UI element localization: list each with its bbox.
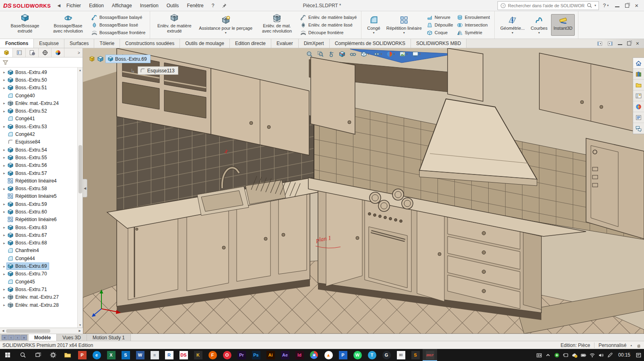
ribbon-button-revolve-boss[interactable]: Bossage/Base avec révolution bbox=[47, 12, 89, 38]
taskbar-clock[interactable]: 00:15 bbox=[616, 352, 633, 358]
menu-fentre[interactable]: Fenêtre bbox=[183, 2, 207, 10]
menu-fichier[interactable]: Fichier bbox=[63, 2, 85, 10]
taskbar-app-whatsapp[interactable]: W bbox=[350, 349, 365, 361]
expand-arrow-icon[interactable]: ▶ bbox=[2, 273, 6, 275]
panel-tab-configuration-manager[interactable] bbox=[26, 48, 39, 57]
scroll-right-icon[interactable]: ▶ bbox=[77, 329, 83, 332]
tab-edition-directe[interactable]: Edition directe bbox=[230, 39, 271, 48]
menu-?[interactable]: ? bbox=[208, 2, 218, 10]
ribbon-button-curves[interactable]: Courbes▾ bbox=[528, 14, 550, 36]
collapse-panel-left-icon[interactable] bbox=[597, 41, 603, 46]
taskbar-app-sublime[interactable]: S bbox=[408, 349, 423, 361]
tree-item-boss-extru-52[interactable]: ▶Boss.-Extru.52 bbox=[0, 107, 83, 115]
menu-insertion[interactable]: Insertion bbox=[136, 2, 162, 10]
ribbon-button-revolve-cut[interactable]: Enlèv. de mat. avec révolution bbox=[256, 12, 298, 38]
expand-arrow-icon[interactable]: ▶ bbox=[2, 156, 6, 159]
tab-compl-ments-de-solidworks[interactable]: Compléments de SOLIDWORKS bbox=[330, 39, 411, 48]
taskbar-app-file-explorer[interactable] bbox=[60, 349, 75, 361]
panel-splitter-handle[interactable]: ◀ bbox=[83, 179, 87, 197]
taskpane-tab-forum[interactable] bbox=[633, 123, 644, 134]
prev-tab-button[interactable]: ‹ bbox=[8, 335, 14, 340]
tree-filter[interactable] bbox=[0, 57, 83, 68]
model-tab-vues-3d[interactable]: Vues 3D bbox=[57, 334, 87, 341]
last-tab-button[interactable]: » bbox=[21, 335, 27, 340]
ribbon-button-sweep-boss[interactable]: Bossage/Base balayé bbox=[91, 14, 145, 21]
tree-item-boss-extru-53[interactable]: ▶Boss.-Extru.53 bbox=[0, 123, 83, 130]
ribbon-button-ref-geometry[interactable]: Géométrie...▾ bbox=[498, 14, 527, 36]
taskbar-app-github[interactable]: G bbox=[379, 349, 394, 361]
tree-item-r-p-tition-lin-aire6[interactable]: Répétition linéaire6 bbox=[0, 216, 83, 224]
tray-onedrive-alert-icon[interactable] bbox=[572, 352, 578, 358]
doc-restore-button[interactable] bbox=[627, 41, 631, 45]
taskbar-app-settings[interactable] bbox=[46, 349, 60, 361]
menu-outils[interactable]: Outils bbox=[163, 2, 183, 10]
expand-arrow-icon[interactable]: ▶ bbox=[2, 148, 6, 151]
ribbon-button-mirror[interactable]: Symétrie bbox=[457, 30, 490, 36]
next-tab-button[interactable]: › bbox=[14, 335, 21, 340]
tray-windows-ink-icon[interactable] bbox=[607, 352, 613, 358]
ribbon-button-draft[interactable]: Dépouille bbox=[427, 22, 453, 28]
tree-item-boss-extru-51[interactable]: ▶Boss.-Extru.51 bbox=[0, 84, 83, 92]
tree-horizontal-scrollbar[interactable]: ◀ ▶ bbox=[0, 328, 83, 334]
model-tab-mod-le[interactable]: Modèle bbox=[29, 334, 57, 341]
taskbar-app-solidworks[interactable]: DS bbox=[176, 349, 191, 361]
tree-item-boss-extru-55[interactable]: ▶Boss.-Extru.55 bbox=[0, 154, 83, 161]
taskbar-app-mail[interactable]: ✉ bbox=[394, 349, 408, 361]
expand-arrow-icon[interactable]: ▶ bbox=[2, 265, 6, 268]
ribbon-button-intersect[interactable]: Intersection bbox=[457, 22, 490, 28]
tree-item-boss-extru-56[interactable]: ▶Boss.-Extru.56 bbox=[0, 162, 83, 169]
window-minimize-button[interactable] bbox=[615, 4, 619, 7]
tray-antivirus-icon[interactable] bbox=[554, 352, 560, 358]
tray-news-icon[interactable] bbox=[536, 352, 542, 358]
graphics-viewport[interactable]: plan 1 Boss.-Extru.69 bbox=[83, 48, 644, 334]
tab-surfaces[interactable]: Surfaces bbox=[64, 39, 94, 48]
ribbon-button-linear-pattern[interactable]: Répétition linéaire▾ bbox=[384, 14, 424, 36]
taskbar-app-solidworks-2017[interactable]: 2017 bbox=[423, 349, 437, 361]
window-restore-button[interactable] bbox=[625, 4, 629, 8]
tree-item-boss-extru-60[interactable]: ▶Boss.-Extru.60 bbox=[0, 208, 83, 215]
taskpane-tab-custom-properties[interactable] bbox=[633, 112, 644, 123]
scroll-left-icon[interactable]: ◀ bbox=[0, 329, 6, 332]
taskbar-start-button[interactable] bbox=[0, 349, 15, 361]
expand-arrow-icon[interactable]: ▶ bbox=[2, 86, 6, 89]
tag-glove-icon[interactable] bbox=[636, 343, 642, 348]
taskbar-app-firefox[interactable]: F bbox=[205, 349, 220, 361]
expand-arrow-icon[interactable]: ▶ bbox=[2, 234, 6, 236]
taskbar-app-keyshot[interactable]: K bbox=[191, 349, 205, 361]
tray-hidden-icons-chevron-icon[interactable] bbox=[545, 352, 551, 358]
tab-dimxpert[interactable]: DimXpert bbox=[299, 39, 330, 48]
tree-item-cong-44[interactable]: Congé44 bbox=[0, 254, 83, 262]
panel-tab-display-manager[interactable] bbox=[52, 48, 64, 57]
taskpane-tab-home[interactable] bbox=[633, 58, 644, 69]
panel-tab-dimxpert-manager[interactable] bbox=[39, 48, 52, 57]
taskbar-app-excel[interactable]: X bbox=[104, 349, 118, 361]
ribbon-button-fillet[interactable]: Congé▾ bbox=[365, 14, 382, 36]
tree-item-esquisse84[interactable]: Esquisse84 bbox=[0, 138, 83, 146]
tab-esquisse[interactable]: Esquisse bbox=[34, 39, 64, 48]
headsup-view-settings-button[interactable] bbox=[348, 50, 357, 58]
scroll-up-icon[interactable]: ▲ bbox=[79, 68, 82, 73]
headsup-hide-show-button[interactable]: ▾ bbox=[372, 50, 383, 58]
tree-item-chanfrein4[interactable]: Chanfrein4 bbox=[0, 247, 83, 254]
units-caret-icon[interactable]: ▴ bbox=[630, 344, 632, 347]
doc-minimize-button[interactable] bbox=[618, 42, 622, 45]
tree-item-cong-41[interactable]: Congé41 bbox=[0, 115, 83, 123]
taskbar-app-indesign[interactable]: Id bbox=[292, 349, 307, 361]
expand-arrow-icon[interactable]: ▶ bbox=[2, 288, 6, 291]
taskpane-tab-design-library[interactable] bbox=[633, 69, 644, 80]
panel-tab-property-manager[interactable] bbox=[13, 48, 26, 57]
ribbon-button-shell[interactable]: Coque bbox=[427, 30, 453, 36]
headsup-edit-appearance-button[interactable]: ▾ bbox=[385, 50, 396, 58]
tree-item-boss-extru-71[interactable]: ▶Boss.-Extru.71 bbox=[0, 285, 83, 293]
tray-tablet-mode-icon[interactable] bbox=[563, 352, 569, 358]
dropdown-caret-icon[interactable]: ▾ bbox=[538, 31, 540, 35]
tab-evaluer[interactable]: Evaluer bbox=[271, 39, 299, 48]
window-close-button[interactable]: × bbox=[635, 2, 638, 8]
headsup-zoom-fit-button[interactable] bbox=[305, 50, 314, 58]
scroll-down-icon[interactable]: ▼ bbox=[79, 322, 82, 328]
breadcrumb-sketch-chip[interactable]: Esquisse113 bbox=[138, 66, 178, 75]
taskbar-app-notepad[interactable]: ≡ bbox=[147, 349, 162, 361]
tree-item-boss-extru-69[interactable]: ▶Boss.-Extru.69 bbox=[0, 262, 83, 270]
action-center-icon[interactable] bbox=[636, 352, 642, 358]
tree-item-cong-42[interactable]: Congé42 bbox=[0, 130, 83, 138]
